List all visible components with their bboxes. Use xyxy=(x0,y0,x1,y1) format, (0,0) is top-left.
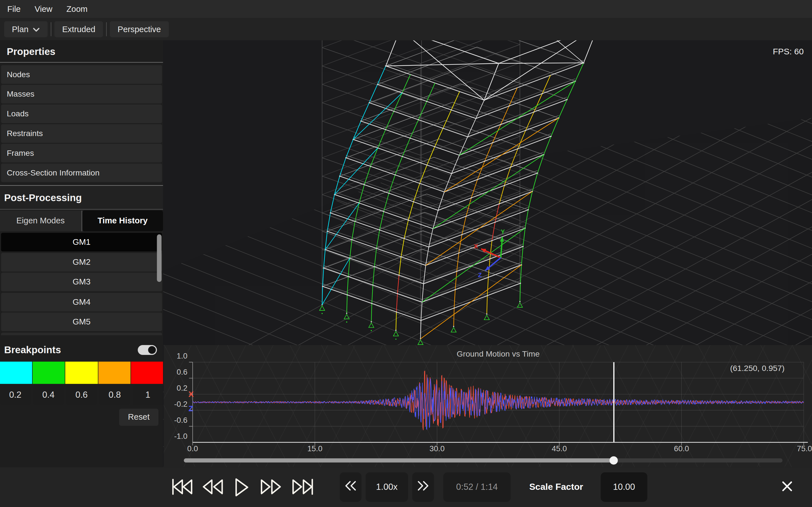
color-swatch-orange[interactable] xyxy=(98,361,130,384)
playback-speed-value: 1.00x xyxy=(376,482,398,492)
toolbar-separator xyxy=(106,22,107,36)
breakpoint-value-4[interactable]: 0.8 xyxy=(100,385,130,405)
x-tick: 30.0 xyxy=(421,444,453,453)
breakpoint-color-scale xyxy=(0,361,163,384)
playback-speed[interactable]: 1.00x xyxy=(366,472,408,502)
tab-eigen-modes[interactable]: Eigen Modes xyxy=(0,211,81,231)
reset-row: Reset xyxy=(0,408,163,426)
list-item-gm5[interactable]: GM5 xyxy=(1,313,162,331)
breakpoints-toggle[interactable] xyxy=(138,345,157,355)
close-button[interactable] xyxy=(776,476,799,499)
y-tick: -0.2 xyxy=(166,399,188,409)
menu-view[interactable]: View xyxy=(35,4,52,14)
sidebar-item-masses[interactable]: Masses xyxy=(1,85,162,103)
timeline-slider-fill xyxy=(184,458,614,462)
skip-end-icon xyxy=(291,477,314,499)
toolbar-separator xyxy=(51,22,51,36)
properties-header: Properties xyxy=(0,40,163,62)
perspective-button[interactable]: Perspective xyxy=(110,21,169,37)
toggle-knob xyxy=(148,346,156,354)
list-item-clipped[interactable] xyxy=(1,332,162,335)
x-tick: 60.0 xyxy=(666,444,697,453)
3d-viewport[interactable]: XYZ FPS: 60 Ground Motion vs Time (61.25… xyxy=(163,40,812,467)
color-swatch-cyan[interactable] xyxy=(0,361,32,384)
ground-motion-chart-panel: Ground Motion vs Time (61.250, 0.957) 1.… xyxy=(163,345,812,467)
play-icon xyxy=(233,477,250,500)
svg-text:X: X xyxy=(474,243,478,250)
list-item-gm4[interactable]: GM4 xyxy=(1,293,162,311)
breakpoint-value-1[interactable]: 0.2 xyxy=(0,385,31,405)
y-tick: 1.0 xyxy=(166,351,188,360)
plan-dropdown-label: Plan xyxy=(12,24,29,34)
time-display: 0:52 / 1:14 xyxy=(443,472,511,502)
x-tick: 15.0 xyxy=(299,444,331,453)
sidebar: Properties Nodes Masses Loads Restraints… xyxy=(0,40,163,467)
chevron-down-icon xyxy=(33,24,40,34)
breakpoint-value-3[interactable]: 0.6 xyxy=(66,385,97,405)
breakpoint-values: 0.2 0.4 0.6 0.8 1 xyxy=(0,385,163,405)
reset-button[interactable]: Reset xyxy=(119,408,158,426)
ground-motion-plot[interactable] xyxy=(163,345,812,467)
playback-bar: 1.00x 0:52 / 1:14 Scale Factor 10.00 xyxy=(0,467,812,507)
extruded-button-label: Extruded xyxy=(62,24,95,34)
list-item-gm3[interactable]: GM3 xyxy=(1,273,162,291)
x-tick: 75.0 xyxy=(783,444,812,453)
post-processing-header: Post-Processing xyxy=(0,185,163,210)
speed-down-button[interactable] xyxy=(340,472,361,502)
list-item-gm1[interactable]: GM1 xyxy=(1,233,162,251)
skip-start-button[interactable] xyxy=(171,477,194,499)
rewind-button[interactable] xyxy=(202,477,223,499)
sidebar-item-restraints[interactable]: Restraints xyxy=(1,124,162,143)
menu-zoom[interactable]: Zoom xyxy=(66,4,87,14)
y-tick: -0.6 xyxy=(166,415,188,425)
color-swatch-yellow[interactable] xyxy=(65,361,98,384)
speed-up-icon xyxy=(416,478,430,496)
post-processing-tabs: Eigen Modes Time History xyxy=(0,211,163,231)
series-label-x: X xyxy=(189,390,194,398)
view-toolbar: Plan Extruded Perspective xyxy=(0,18,812,40)
menu-bar: File View Zoom xyxy=(0,0,812,18)
gm-list-scrollbar[interactable] xyxy=(157,234,162,282)
fast-forward-button[interactable] xyxy=(260,477,282,499)
sidebar-item-loads[interactable]: Loads xyxy=(1,105,162,123)
cursor-readout: (61.250, 0.957) xyxy=(730,363,784,373)
fps-counter: FPS: 60 xyxy=(773,47,804,56)
scale-factor-value: 10.00 xyxy=(613,482,635,492)
sidebar-item-frames[interactable]: Frames xyxy=(1,144,162,163)
y-tick: 0.6 xyxy=(166,367,188,377)
breakpoint-value-2[interactable]: 0.4 xyxy=(33,385,64,405)
speed-down-icon xyxy=(343,478,358,496)
fast-forward-icon xyxy=(260,477,282,499)
plan-dropdown[interactable]: Plan xyxy=(4,21,48,37)
svg-text:Z: Z xyxy=(478,272,481,279)
sidebar-item-cross-section[interactable]: Cross-Section Information xyxy=(1,163,162,182)
color-swatch-green[interactable] xyxy=(33,361,65,384)
color-swatch-red[interactable] xyxy=(131,361,163,384)
play-button[interactable] xyxy=(233,477,250,500)
series-label-z: Z xyxy=(189,404,193,413)
breakpoints-title: Breakpoints xyxy=(4,344,61,355)
list-item-gm2[interactable]: GM2 xyxy=(1,252,162,271)
speed-up-button[interactable] xyxy=(412,472,434,502)
tab-time-history[interactable]: Time History xyxy=(82,211,163,231)
time-display-value: 0:52 / 1:14 xyxy=(456,482,498,492)
svg-text:Y: Y xyxy=(501,228,505,235)
x-tick: 0.0 xyxy=(177,444,208,453)
skip-start-icon xyxy=(171,477,194,499)
tab-separator xyxy=(81,211,82,231)
breakpoints-header: Breakpoints xyxy=(0,339,163,361)
y-tick: -1.0 xyxy=(166,432,188,441)
rewind-icon xyxy=(202,477,223,499)
scale-factor-input[interactable]: 10.00 xyxy=(601,472,647,502)
close-icon xyxy=(781,480,794,494)
menu-file[interactable]: File xyxy=(7,4,20,14)
app-window: File View Zoom Plan Extruded Perspective… xyxy=(0,0,812,507)
sidebar-item-nodes[interactable]: Nodes xyxy=(1,65,162,83)
timeline-slider[interactable] xyxy=(184,458,782,462)
extruded-button[interactable]: Extruded xyxy=(54,21,103,37)
skip-end-button[interactable] xyxy=(291,477,314,499)
ground-motion-list: GM1 GM2 GM3 GM4 GM5 xyxy=(0,233,163,335)
breakpoint-value-5[interactable]: 1 xyxy=(133,385,163,405)
x-tick: 45.0 xyxy=(544,444,575,453)
y-tick: 0.2 xyxy=(166,383,188,393)
